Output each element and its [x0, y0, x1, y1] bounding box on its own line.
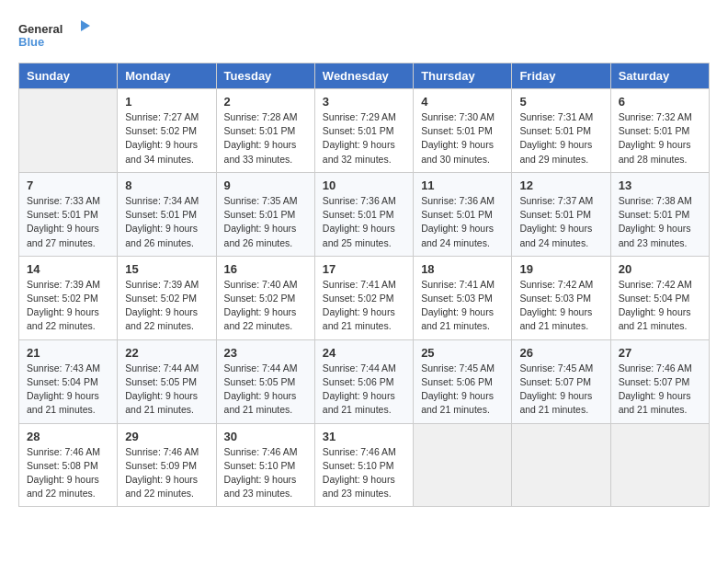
calendar-cell: 4Sunrise: 7:30 AMSunset: 5:01 PMDaylight… — [414, 89, 512, 173]
day-info: Sunrise: 7:46 AMSunset: 5:10 PMDaylight:… — [224, 445, 307, 501]
day-info: Sunrise: 7:42 AMSunset: 5:03 PMDaylight:… — [519, 278, 602, 334]
day-number: 12 — [519, 178, 602, 192]
day-number: 5 — [519, 95, 602, 109]
day-number: 17 — [323, 262, 405, 276]
svg-text:Blue: Blue — [18, 35, 44, 48]
day-number: 8 — [125, 178, 208, 192]
day-number: 18 — [421, 262, 504, 276]
day-number: 3 — [323, 95, 405, 109]
day-info: Sunrise: 7:29 AMSunset: 5:01 PMDaylight:… — [323, 110, 405, 167]
day-info: Sunrise: 7:46 AMSunset: 5:09 PMDaylight:… — [125, 445, 208, 501]
day-number: 28 — [27, 430, 109, 443]
day-number: 2 — [224, 95, 307, 109]
day-number: 25 — [421, 346, 504, 360]
calendar-cell: 20Sunrise: 7:42 AMSunset: 5:04 PMDayligh… — [610, 256, 709, 339]
weekday-header-wednesday: Wednesday — [314, 63, 413, 89]
weekday-header-tuesday: Tuesday — [216, 63, 314, 89]
calendar-week-row: 28Sunrise: 7:46 AMSunset: 5:08 PMDayligh… — [19, 423, 710, 507]
day-info: Sunrise: 7:41 AMSunset: 5:02 PMDaylight:… — [323, 278, 405, 334]
svg-text:General: General — [18, 22, 63, 36]
weekday-header-friday: Friday — [512, 63, 610, 89]
day-info: Sunrise: 7:39 AMSunset: 5:02 PMDaylight:… — [27, 278, 109, 334]
calendar-cell: 12Sunrise: 7:37 AMSunset: 5:01 PMDayligh… — [512, 172, 610, 256]
calendar-cell: 30Sunrise: 7:46 AMSunset: 5:10 PMDayligh… — [216, 423, 314, 507]
calendar-cell: 27Sunrise: 7:46 AMSunset: 5:07 PMDayligh… — [610, 339, 709, 423]
weekday-header-saturday: Saturday — [610, 63, 709, 89]
calendar-cell: 24Sunrise: 7:44 AMSunset: 5:06 PMDayligh… — [314, 339, 413, 423]
calendar-cell: 6Sunrise: 7:32 AMSunset: 5:01 PMDaylight… — [610, 89, 709, 173]
calendar-cell: 14Sunrise: 7:39 AMSunset: 5:02 PMDayligh… — [19, 256, 118, 339]
day-info: Sunrise: 7:41 AMSunset: 5:03 PMDaylight:… — [421, 278, 504, 334]
calendar-cell — [19, 89, 118, 173]
calendar-cell: 19Sunrise: 7:42 AMSunset: 5:03 PMDayligh… — [512, 256, 610, 339]
day-number: 19 — [519, 262, 602, 276]
calendar-cell: 22Sunrise: 7:44 AMSunset: 5:05 PMDayligh… — [118, 339, 216, 423]
day-info: Sunrise: 7:46 AMSunset: 5:10 PMDaylight:… — [323, 445, 405, 501]
day-number: 29 — [125, 430, 208, 443]
day-number: 21 — [27, 346, 109, 360]
day-number: 31 — [323, 430, 405, 443]
day-number: 10 — [323, 178, 405, 192]
day-info: Sunrise: 7:45 AMSunset: 5:06 PMDaylight:… — [421, 362, 504, 418]
day-number: 26 — [519, 346, 602, 360]
calendar-cell: 25Sunrise: 7:45 AMSunset: 5:06 PMDayligh… — [414, 339, 512, 423]
calendar-week-row: 14Sunrise: 7:39 AMSunset: 5:02 PMDayligh… — [19, 256, 710, 339]
calendar-cell: 17Sunrise: 7:41 AMSunset: 5:02 PMDayligh… — [314, 256, 413, 339]
logo: General Blue — [18, 18, 92, 48]
calendar-cell: 9Sunrise: 7:35 AMSunset: 5:01 PMDaylight… — [216, 172, 314, 256]
day-info: Sunrise: 7:37 AMSunset: 5:01 PMDaylight:… — [519, 194, 602, 250]
day-info: Sunrise: 7:45 AMSunset: 5:07 PMDaylight:… — [519, 362, 602, 418]
calendar-cell: 2Sunrise: 7:28 AMSunset: 5:01 PMDaylight… — [216, 89, 314, 173]
day-number: 9 — [224, 178, 307, 192]
weekday-header-thursday: Thursday — [414, 63, 512, 89]
day-info: Sunrise: 7:36 AMSunset: 5:01 PMDaylight:… — [421, 194, 504, 250]
day-info: Sunrise: 7:39 AMSunset: 5:02 PMDaylight:… — [125, 278, 208, 334]
calendar-cell: 16Sunrise: 7:40 AMSunset: 5:02 PMDayligh… — [216, 256, 314, 339]
day-number: 15 — [125, 262, 208, 276]
day-info: Sunrise: 7:42 AMSunset: 5:04 PMDaylight:… — [619, 278, 701, 334]
calendar-cell: 23Sunrise: 7:44 AMSunset: 5:05 PMDayligh… — [216, 339, 314, 423]
calendar-cell: 8Sunrise: 7:34 AMSunset: 5:01 PMDaylight… — [118, 172, 216, 256]
day-info: Sunrise: 7:44 AMSunset: 5:05 PMDaylight:… — [125, 362, 208, 418]
calendar-cell: 28Sunrise: 7:46 AMSunset: 5:08 PMDayligh… — [19, 423, 118, 507]
day-number: 13 — [619, 178, 701, 192]
calendar-table: SundayMondayTuesdayWednesdayThursdayFrid… — [18, 63, 710, 507]
day-number: 7 — [27, 178, 109, 192]
calendar-cell: 5Sunrise: 7:31 AMSunset: 5:01 PMDaylight… — [512, 89, 610, 173]
day-info: Sunrise: 7:44 AMSunset: 5:06 PMDaylight:… — [323, 362, 405, 418]
day-info: Sunrise: 7:31 AMSunset: 5:01 PMDaylight:… — [519, 110, 602, 167]
day-info: Sunrise: 7:40 AMSunset: 5:02 PMDaylight:… — [224, 278, 307, 334]
day-info: Sunrise: 7:38 AMSunset: 5:01 PMDaylight:… — [619, 194, 701, 250]
day-info: Sunrise: 7:35 AMSunset: 5:01 PMDaylight:… — [224, 194, 307, 250]
logo-icon: General Blue — [18, 18, 92, 48]
svg-marker-2 — [81, 20, 90, 31]
calendar-cell: 7Sunrise: 7:33 AMSunset: 5:01 PMDaylight… — [19, 172, 118, 256]
day-number: 23 — [224, 346, 307, 360]
calendar-week-row: 21Sunrise: 7:43 AMSunset: 5:04 PMDayligh… — [19, 339, 710, 423]
calendar-cell — [414, 423, 512, 507]
day-number: 6 — [619, 95, 701, 109]
day-number: 20 — [619, 262, 701, 276]
day-number: 1 — [125, 95, 208, 109]
day-number: 4 — [421, 95, 504, 109]
day-info: Sunrise: 7:30 AMSunset: 5:01 PMDaylight:… — [421, 110, 504, 167]
day-info: Sunrise: 7:46 AMSunset: 5:08 PMDaylight:… — [27, 445, 109, 501]
calendar-cell: 1Sunrise: 7:27 AMSunset: 5:02 PMDaylight… — [118, 89, 216, 173]
day-info: Sunrise: 7:43 AMSunset: 5:04 PMDaylight:… — [27, 362, 109, 418]
calendar-cell — [610, 423, 709, 507]
day-number: 30 — [224, 430, 307, 443]
calendar-week-row: 7Sunrise: 7:33 AMSunset: 5:01 PMDaylight… — [19, 172, 710, 256]
day-info: Sunrise: 7:34 AMSunset: 5:01 PMDaylight:… — [125, 194, 208, 250]
calendar-cell: 10Sunrise: 7:36 AMSunset: 5:01 PMDayligh… — [314, 172, 413, 256]
calendar-cell: 21Sunrise: 7:43 AMSunset: 5:04 PMDayligh… — [19, 339, 118, 423]
calendar-cell: 18Sunrise: 7:41 AMSunset: 5:03 PMDayligh… — [414, 256, 512, 339]
day-number: 11 — [421, 178, 504, 192]
day-info: Sunrise: 7:33 AMSunset: 5:01 PMDaylight:… — [27, 194, 109, 250]
calendar-cell: 31Sunrise: 7:46 AMSunset: 5:10 PMDayligh… — [314, 423, 413, 507]
day-number: 27 — [619, 346, 701, 360]
day-info: Sunrise: 7:28 AMSunset: 5:01 PMDaylight:… — [224, 110, 307, 167]
calendar-cell: 3Sunrise: 7:29 AMSunset: 5:01 PMDaylight… — [314, 89, 413, 173]
day-number: 24 — [323, 346, 405, 360]
weekday-header-monday: Monday — [118, 63, 216, 89]
calendar-cell: 15Sunrise: 7:39 AMSunset: 5:02 PMDayligh… — [118, 256, 216, 339]
